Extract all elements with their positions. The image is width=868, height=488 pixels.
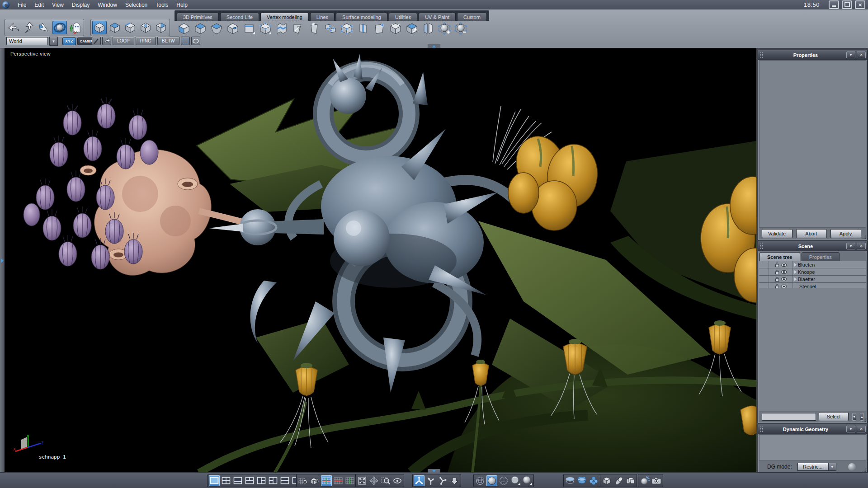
menu-window[interactable]: Window (94, 0, 121, 9)
visibility-eye-icon[interactable] (781, 270, 787, 274)
apply-button[interactable]: Apply (830, 229, 861, 238)
snap-axes-button[interactable] (321, 475, 332, 486)
modeling-tool-icon-8[interactable] (291, 22, 305, 35)
snap-object-button[interactable] (309, 475, 320, 486)
top-panel-collapse-handle[interactable] (428, 44, 440, 48)
minimize-button[interactable] (829, 0, 839, 9)
scene-tree-row[interactable]: Blaetter (759, 276, 866, 283)
wireframe-globe-button[interactable] (475, 475, 486, 486)
modeling-tool-icon-17[interactable] (438, 22, 451, 35)
cone-select-tool[interactable] (37, 21, 52, 34)
panel-collapse-button[interactable]: ▼ (846, 426, 855, 432)
modeling-tool-icon-7[interactable] (275, 22, 288, 35)
soft-selection-button[interactable] (449, 475, 460, 486)
light-button[interactable] (639, 475, 650, 486)
scroll-down-button[interactable]: ▼ (852, 413, 856, 421)
modeling-tool-icon-1[interactable] (177, 22, 191, 35)
pan-view-button[interactable] (368, 475, 379, 486)
dynamic-geometry-header[interactable]: Dynamic Geometry ▼ ✕ (758, 424, 867, 434)
modeling-tool-icon-2[interactable] (193, 22, 207, 35)
lock-icon[interactable] (775, 277, 779, 282)
visibility-eye-icon[interactable] (781, 277, 787, 282)
camera-snapshot-button[interactable] (651, 475, 662, 486)
paint-select-button[interactable] (92, 37, 101, 45)
dg-mode-dropdown[interactable]: Restric... (797, 463, 828, 471)
tab-surface-modeling[interactable]: Surface modeling (336, 13, 387, 21)
edge-mode-button[interactable] (123, 21, 137, 34)
tab-custom[interactable]: Custom (457, 13, 487, 21)
scene-item-label[interactable]: Blaetter (798, 277, 815, 282)
modeling-tool-icon-10[interactable] (324, 22, 337, 35)
visibility-eye-icon[interactable] (781, 284, 787, 289)
world-dropdown[interactable]: World (6, 37, 48, 45)
dg-indicator-sphere[interactable] (848, 463, 856, 471)
menu-help[interactable]: Help (172, 0, 192, 9)
maximize-button[interactable] (842, 0, 852, 9)
betw-button[interactable]: BETW (157, 37, 179, 45)
point-mode-button[interactable] (138, 21, 153, 34)
scene-item-label[interactable]: Blueten (798, 262, 815, 267)
scale-manipulator-button[interactable] (437, 475, 448, 486)
expand-arrow-icon[interactable] (794, 270, 797, 274)
modeling-tool-icon-16[interactable] (421, 22, 435, 35)
xyz-toggle-button[interactable]: XYZ (62, 38, 76, 45)
modeling-tool-icon-6[interactable] (259, 22, 272, 35)
partial-mode-button[interactable] (154, 21, 168, 34)
tab-vertex-modeling[interactable]: Vertex modeling (260, 13, 309, 21)
sphere-manipulator-tool[interactable] (52, 21, 67, 34)
panel-collapse-button[interactable]: ▼ (846, 52, 855, 58)
menu-edit[interactable]: Edit (30, 0, 48, 9)
orbit-view-button[interactable] (392, 475, 403, 486)
zoom-region-button[interactable] (380, 475, 391, 486)
scene-tree-row[interactable]: Knospe (759, 268, 866, 276)
ellipse-marquee-button[interactable] (191, 37, 200, 45)
menu-file[interactable]: File (14, 0, 30, 9)
universal-manipulator-button[interactable] (414, 475, 425, 486)
modeling-tool-icon-15[interactable] (405, 22, 419, 35)
modeling-tool-icon-13[interactable] (373, 22, 386, 35)
smooth-shaded-button[interactable] (486, 475, 497, 486)
textured-shaded-button[interactable] (522, 475, 533, 486)
expand-arrow-icon[interactable] (794, 277, 797, 281)
snap-vertical-button[interactable] (344, 475, 355, 486)
menu-selection[interactable]: Selection (121, 0, 151, 9)
modeling-tool-icon-11[interactable] (340, 22, 354, 35)
tab-scene-tree[interactable]: Scene tree (760, 252, 800, 262)
fit-view-button[interactable] (357, 475, 368, 486)
cluster-display-button[interactable] (588, 475, 599, 486)
layout-quad-view-button[interactable] (221, 475, 231, 486)
tab-second-life[interactable]: Second Life (220, 13, 259, 21)
scene-item-label[interactable]: Knospe (798, 269, 815, 275)
abort-button[interactable]: Abort (796, 229, 827, 238)
bottom-panel-collapse-handle[interactable] (428, 469, 440, 473)
scene-filter-input[interactable] (762, 413, 816, 421)
perspective-viewport[interactable]: Perspective view (5, 48, 756, 473)
panel-close-button[interactable]: ✕ (857, 52, 866, 58)
dome-display-button[interactable] (576, 475, 587, 486)
flat-shaded-button[interactable] (510, 475, 521, 486)
modeling-tool-icon-4[interactable] (226, 22, 240, 35)
lock-icon[interactable] (775, 269, 779, 275)
layout-two-top-one-bottom-button[interactable] (244, 475, 255, 486)
visibility-eye-icon[interactable] (781, 263, 787, 267)
rect-marquee-button[interactable] (181, 37, 190, 45)
lock-icon[interactable] (775, 262, 779, 267)
rotate-manipulator-button[interactable] (425, 475, 436, 486)
redo-arrow-tool[interactable] (22, 21, 36, 34)
panel-close-button[interactable]: ✕ (857, 243, 866, 249)
select-button[interactable]: Select (819, 412, 849, 421)
modeling-tool-icon-12[interactable] (356, 22, 370, 35)
layout-left-large-button[interactable] (256, 475, 267, 486)
tab-utilities[interactable]: Utilities (389, 13, 417, 21)
scene-panel-header[interactable]: Scene ▼ ✕ (758, 241, 867, 251)
menu-tools[interactable]: Tools (151, 0, 172, 9)
dg-mode-dropdown-arrow[interactable]: ▼ (828, 463, 836, 471)
tab-uv-paint[interactable]: UV & Paint (419, 13, 456, 21)
validate-button[interactable]: Validate (762, 229, 793, 238)
multi-box-display-button[interactable] (625, 475, 636, 486)
layout-right-large-button[interactable] (268, 475, 278, 486)
drag-grip-icon[interactable] (760, 243, 763, 249)
menu-display[interactable]: Display (68, 0, 94, 9)
scroll-up-button[interactable]: ▲ (860, 413, 864, 421)
layout-top-large-button[interactable] (232, 475, 243, 486)
